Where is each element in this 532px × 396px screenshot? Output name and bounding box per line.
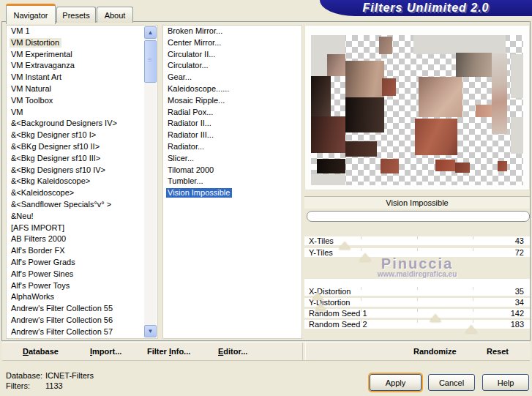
slider-random-seed-1[interactable]: Random Seed 1 142 — [304, 309, 530, 318]
slider-random-seed-2[interactable]: Random Seed 2 183 — [304, 320, 530, 329]
list-item[interactable]: &<Background Designers IV> — [7, 118, 157, 130]
list-item-label: Center Mirror... — [166, 38, 223, 48]
database-button[interactable]: Database — [23, 343, 59, 360]
list-item[interactable]: Alf's Power Grads — [7, 257, 157, 269]
list-item[interactable]: Alf's Border FX — [7, 245, 157, 257]
list-item[interactable]: Center Mirror... — [163, 37, 301, 49]
cancel-button[interactable]: Cancel — [428, 374, 475, 391]
slider-value: 183 — [511, 320, 524, 329]
import-button[interactable]: Import... — [90, 343, 121, 360]
list-item-label: &<Bkg Kaleidoscope> — [10, 176, 92, 186]
slider-thumb[interactable] — [465, 325, 477, 333]
button-label: Help — [498, 378, 514, 387]
list-item[interactable]: &Neu! — [7, 211, 157, 223]
list-item[interactable]: Alf's Power Sines — [7, 269, 157, 280]
slider-thumb[interactable] — [430, 314, 441, 322]
list-item[interactable]: [AFS IMPORT] — [7, 223, 157, 234]
list-item[interactable]: Vision Impossible — [163, 187, 301, 199]
slider-x-tiles[interactable]: X-Tiles 43 — [304, 236, 530, 245]
list-item[interactable]: Slicer... — [163, 153, 301, 165]
scroll-down-button[interactable]: ▼ — [144, 325, 157, 337]
list-item[interactable]: VM Distortion — [7, 37, 157, 49]
preview-tile — [311, 116, 345, 153]
tab-label: Presets — [62, 11, 89, 20]
preview-tile — [456, 53, 492, 77]
list-item-label: &<Background Designers IV> — [10, 119, 119, 128]
list-item[interactable]: VM — [7, 107, 157, 119]
help-button[interactable]: Help — [482, 374, 529, 391]
title-banner: Filters Unlimited 2.0 — [320, 0, 532, 16]
list-item[interactable]: Tumbler... — [163, 176, 301, 187]
list-item[interactable]: Mosaic Ripple... — [163, 95, 301, 107]
label-part: ditor... — [223, 347, 247, 356]
list-item[interactable]: Broken Mirror... — [163, 26, 301, 37]
list-item[interactable]: Andrew's Filter Collection 56 — [7, 315, 157, 326]
preview-tile — [415, 119, 457, 155]
reset-button[interactable]: Reset — [487, 343, 509, 360]
randomize-button[interactable]: Randomize — [413, 343, 457, 360]
list-item[interactable]: &<BKg Designer sf10 II> — [7, 141, 157, 153]
slider-thumb[interactable] — [339, 242, 351, 250]
list-item[interactable]: VM Instant Art — [7, 72, 157, 83]
list-item-label: Broken Mirror... — [166, 26, 225, 36]
slider-thumb[interactable] — [315, 303, 326, 311]
slider-y-distortion[interactable]: Y-Distortion 34 — [304, 298, 530, 307]
scrollbar-thumb[interactable] — [144, 40, 157, 83]
list-item[interactable]: &<Bkg Designers sf10 IV> — [7, 165, 157, 176]
list-item-label: Radial Pox... — [166, 108, 215, 117]
list-item[interactable]: &<Bkg Designer sf10 III> — [7, 153, 157, 165]
list-item[interactable]: Alf's Power Toys — [7, 280, 157, 292]
slider-x-distortion[interactable]: X-Distortion 35 — [304, 287, 530, 296]
list-item[interactable]: Radiator... — [163, 141, 301, 153]
list-item[interactable]: Circulator II... — [163, 49, 301, 61]
list-item-label: Slicer... — [166, 154, 196, 163]
slider-label: X-Tiles — [309, 236, 334, 245]
filters-unlimited-dialog: Filters Unlimited 2.0 Navigator Presets … — [0, 0, 532, 396]
slider-value: 34 — [515, 298, 524, 307]
list-item[interactable]: VM Toolbox — [7, 95, 157, 107]
list-item[interactable]: VM Natural — [7, 83, 157, 95]
list-item[interactable]: AB Filters 2000 — [7, 234, 157, 245]
list-item[interactable]: Gear... — [163, 72, 301, 83]
scroll-up-button[interactable]: ▲ — [144, 26, 157, 39]
list-item-label: VM Distortion — [10, 38, 61, 48]
list-item[interactable]: Andrew's Filter Collection 57 — [7, 326, 157, 338]
category-scrollbar[interactable]: ▲ ▼ — [144, 26, 157, 337]
list-item[interactable]: &<Bkg Kaleidoscope> — [7, 176, 157, 187]
status-filters-value: 1133 — [45, 381, 63, 390]
list-item[interactable]: Radiator II... — [163, 118, 301, 130]
list-item[interactable]: VM Experimental — [7, 49, 157, 61]
preview-tile — [498, 161, 507, 171]
preview-panel — [304, 25, 530, 190]
list-item[interactable]: Circulator... — [163, 60, 301, 72]
list-item[interactable]: VM Extravaganza — [7, 60, 157, 72]
list-item[interactable]: Kaleidoscope...... — [163, 83, 301, 95]
list-item-label: &<Bkg Designers sf10 IV> — [10, 165, 108, 175]
list-item[interactable]: &<Kaleidoscope> — [7, 187, 157, 199]
list-item-label: Tilomat 2000 — [166, 165, 216, 175]
tab-about[interactable]: About — [97, 7, 133, 23]
filter-list[interactable]: Broken Mirror...Center Mirror...Circulat… — [162, 25, 302, 339]
editor-button[interactable]: Editor... — [218, 343, 247, 360]
list-item[interactable]: &<Bkg Designer sf10 I> — [7, 130, 157, 141]
category-list[interactable]: ▲ ▼ VM 1VM DistortionVM ExperimentalVM E… — [6, 25, 158, 339]
tab-presets[interactable]: Presets — [56, 7, 96, 23]
filter-info-button[interactable]: Filter Info... — [147, 343, 190, 360]
list-item[interactable]: Radial Pox... — [163, 107, 301, 119]
tab-navigator[interactable]: Navigator — [6, 4, 56, 24]
list-item-label: Kaleidoscope...... — [166, 84, 231, 94]
list-item-label: Andrew's Filter Collection 57 — [10, 327, 115, 337]
list-item[interactable]: &<Sandflower Specials°v° > — [7, 199, 157, 211]
list-item-label: Alf's Power Sines — [10, 269, 75, 279]
label-part: Randomize — [413, 347, 457, 356]
list-item[interactable]: VM 1 — [7, 26, 157, 37]
list-item[interactable]: AlphaWorks — [7, 291, 157, 303]
preview-tile — [327, 54, 345, 76]
list-item[interactable]: Tilomat 2000 — [163, 165, 301, 176]
list-item[interactable]: Andrew's Filter Collection 55 — [7, 303, 157, 315]
list-item[interactable]: Radiator III... — [163, 130, 301, 141]
apply-button[interactable]: Apply — [370, 374, 422, 391]
preview-tile — [311, 35, 345, 54]
slider-thumb[interactable] — [312, 292, 323, 300]
list-item-label: Alf's Border FX — [10, 246, 67, 255]
